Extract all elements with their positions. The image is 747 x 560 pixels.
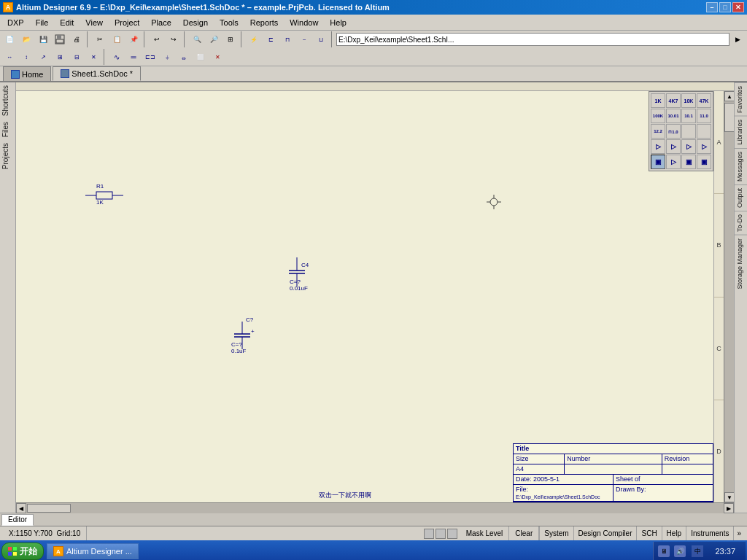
shortcuts-label[interactable]: Shortcuts — [0, 82, 15, 119]
ft-gate1[interactable]: ▷ — [651, 139, 665, 154]
tb2-wire[interactable]: ∿ — [109, 49, 125, 65]
scroll-track-h[interactable] — [26, 503, 724, 513]
sidebar-favorites[interactable]: Favorites — [735, 82, 747, 116]
ft-gate2[interactable]: ▷ — [666, 139, 681, 154]
tb2-net[interactable]: ⊏⊐ — [142, 49, 158, 65]
tb-copy[interactable]: 📋 — [109, 31, 125, 47]
sidebar-messages[interactable]: Messages — [735, 148, 747, 184]
ime-icon[interactable]: 中 — [692, 545, 703, 557]
tb-comp5[interactable]: ⊔ — [313, 31, 329, 47]
tb2-pwr[interactable]: ⏚ — [159, 49, 175, 65]
ft-ff1[interactable]: ▣ — [651, 155, 665, 169]
ft-110[interactable]: 11.0 — [697, 109, 711, 123]
scroll-up-btn[interactable]: ▲ — [724, 91, 735, 101]
tb-comp2[interactable]: ⊏ — [263, 31, 279, 47]
menu-tools[interactable]: Tools — [214, 15, 244, 30]
tb2-5[interactable]: ⊟ — [69, 49, 85, 65]
scroll-thumb-h[interactable] — [27, 504, 71, 513]
projects-label[interactable]: Projects — [0, 140, 15, 172]
panel-expand[interactable]: » — [733, 526, 744, 540]
scroll-left-btn[interactable]: ◀ — [16, 503, 26, 513]
menu-place[interactable]: Place — [145, 15, 177, 30]
sidebar-libraries[interactable]: Libraries — [735, 116, 747, 148]
tb2-2[interactable]: ↕ — [18, 49, 34, 65]
tb2-port[interactable]: ⬜ — [193, 49, 209, 65]
status-icon-1[interactable] — [424, 529, 434, 539]
tb2-gnd[interactable]: ⏛ — [176, 49, 192, 65]
tb-paste[interactable]: 📌 — [125, 31, 142, 47]
scroll-track-v[interactable] — [724, 101, 734, 492]
maximize-button[interactable]: □ — [719, 2, 731, 12]
panel-help[interactable]: Help — [662, 526, 686, 540]
clear-section[interactable]: Clear — [509, 526, 539, 540]
status-icon-2[interactable] — [436, 529, 446, 539]
tb-new[interactable]: 📄 — [1, 31, 18, 47]
tb-comp1[interactable]: ⚡ — [246, 31, 262, 47]
address-input[interactable] — [336, 33, 729, 46]
tb2-bus[interactable]: ═ — [125, 49, 142, 65]
ft-101[interactable]: 10.1 — [681, 109, 696, 123]
menu-file[interactable]: File — [30, 15, 55, 30]
ft-100k[interactable]: 100K — [651, 109, 665, 123]
tab-editor[interactable]: Editor — [1, 514, 34, 526]
sidebar-storage[interactable]: Storage Manager — [735, 235, 747, 292]
tb-cut[interactable]: ✂ — [92, 31, 108, 47]
minimize-button[interactable]: – — [706, 2, 718, 12]
panel-sch[interactable]: SCH — [636, 526, 661, 540]
tb2-6[interactable]: ✕ — [85, 49, 101, 65]
ft-ff4[interactable]: ▣ — [697, 155, 711, 169]
network-tray-icon[interactable]: 🖥 — [658, 545, 670, 557]
ft-122[interactable]: 12.2 — [651, 124, 665, 139]
h-scrollbar[interactable]: ◀ ▶ — [16, 502, 734, 513]
panel-instruments[interactable]: Instruments — [686, 526, 733, 540]
sidebar-output[interactable]: Output — [735, 184, 747, 211]
tb-save-all[interactable] — [52, 31, 68, 47]
ft-gate3[interactable]: ▷ — [681, 139, 696, 154]
sidebar-todo[interactable]: To-Do — [735, 211, 747, 235]
schematic-canvas[interactable]: R1 1K C4 C=? 0.01uF — [16, 91, 724, 502]
menu-window[interactable]: Window — [284, 15, 324, 30]
menu-view[interactable]: View — [80, 15, 109, 30]
tb-redo[interactable]: ↪ — [166, 31, 182, 47]
taskbar-altium[interactable]: A Altium Designer ... — [47, 543, 139, 559]
v-scrollbar[interactable]: ▲ ▼ — [724, 91, 734, 502]
tb-save[interactable]: 💾 — [35, 31, 51, 47]
tb-print[interactable]: 🖨 — [69, 31, 85, 47]
tab-sheet1[interactable]: Sheet1.SchDoc * — [53, 66, 141, 81]
tb2-1[interactable]: ↔ — [1, 49, 18, 65]
tb-comp3[interactable]: ⊓ — [279, 31, 295, 47]
menu-reports[interactable]: Reports — [244, 15, 285, 30]
tb-zoom-fit[interactable]: ⊞ — [222, 31, 239, 47]
panel-design-compiler[interactable]: Design Compiler — [573, 526, 637, 540]
ft-110b[interactable]: ⊓1.0 — [666, 124, 681, 139]
tb-comp4[interactable]: ~ — [296, 31, 312, 47]
ft-empty2[interactable] — [697, 124, 711, 139]
scroll-down-btn[interactable]: ▼ — [724, 492, 735, 502]
files-label[interactable]: Files — [0, 119, 15, 140]
ft-empty1[interactable] — [681, 124, 696, 139]
tb-open[interactable]: 📂 — [18, 31, 34, 47]
ft-ff3[interactable]: ▣ — [681, 155, 696, 169]
scroll-thumb-v[interactable] — [724, 103, 735, 132]
ft-4k7[interactable]: 4K7 — [666, 93, 681, 108]
ft-1k[interactable]: 1K — [651, 93, 665, 108]
menu-design[interactable]: Design — [177, 15, 214, 30]
volume-tray-icon[interactable]: 🔊 — [674, 545, 686, 557]
tb-undo[interactable]: ↩ — [149, 31, 165, 47]
tab-home[interactable]: Home — [3, 66, 51, 81]
ft-47k[interactable]: 47K — [697, 93, 711, 108]
ft-gate4[interactable]: ▷ — [697, 139, 711, 154]
scroll-right-btn[interactable]: ▶ — [724, 503, 734, 513]
menu-edit[interactable]: Edit — [54, 15, 80, 30]
start-button[interactable]: 开始 — [1, 542, 44, 560]
ft-10k[interactable]: 10K — [681, 93, 696, 108]
panel-system[interactable]: System — [539, 526, 573, 540]
menu-dxp[interactable]: DXP — [1, 15, 30, 30]
status-icon-3[interactable] — [447, 529, 457, 539]
address-go[interactable]: ▶ — [729, 31, 746, 47]
tb-zoom-in[interactable]: 🔍 — [189, 31, 205, 47]
menu-help[interactable]: Help — [324, 15, 352, 30]
tb-zoom-out[interactable]: 🔎 — [206, 31, 222, 47]
close-button[interactable]: ✕ — [732, 2, 744, 12]
menu-project[interactable]: Project — [109, 15, 145, 30]
